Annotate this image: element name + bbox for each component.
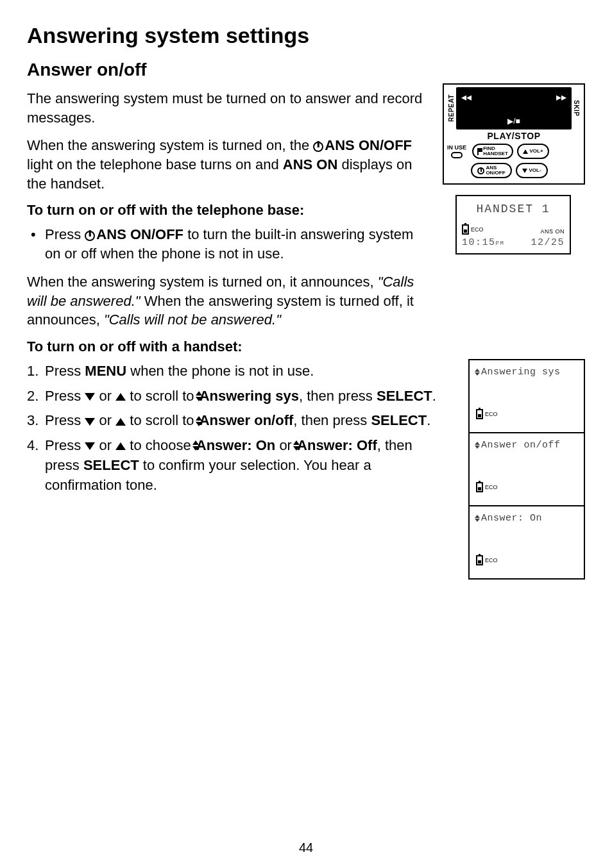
battery-icon <box>476 555 483 565</box>
ans-on-label: ANS ON <box>540 228 565 235</box>
vol-down-button: VOL- <box>516 163 548 178</box>
section-heading: Answer on/off <box>27 60 585 80</box>
fastforward-icon: ▸▸ <box>556 91 566 103</box>
s1b: MENU <box>85 363 126 379</box>
repeat-label: REPEAT <box>448 87 455 129</box>
s1c: when the phone is not in use. <box>126 363 314 379</box>
s4h: SELECT <box>83 457 139 473</box>
lcd-status-row: ECO ANS ON <box>462 224 565 235</box>
up-arrow-icon <box>115 418 126 426</box>
triangle-down-icon <box>522 169 527 173</box>
lcd-title: HANDSET 1 <box>462 203 565 215</box>
s2f: SELECT <box>377 388 432 404</box>
power-icon <box>313 142 323 152</box>
down-arrow-icon <box>85 418 95 426</box>
p2c: light on the telephone base turns on and <box>27 156 283 172</box>
lcd1-text: Answering sys <box>481 367 561 378</box>
s2e: , then press <box>299 388 377 404</box>
s2g: . <box>432 388 436 404</box>
play-stop-label: PLAY/STOP <box>448 131 580 141</box>
step-4: Press or to choose Answer: On or Answer:… <box>27 436 438 495</box>
step-3: Press or to scroll to Answer on/off, the… <box>27 411 438 431</box>
power-icon <box>85 231 95 241</box>
up-arrow-icon <box>115 393 126 401</box>
lcd-handset-main: HANDSET 1 ECO ANS ON 10:15PM 12/25 <box>455 195 571 255</box>
s4f: Answer: Off <box>297 437 377 453</box>
battery-icon <box>476 482 483 492</box>
lcd-ampm: PM <box>496 240 505 247</box>
lcd-date: 12/25 <box>531 237 565 248</box>
down-arrow-icon <box>85 442 95 450</box>
p3d: "Calls will not be answered." <box>104 312 281 328</box>
find-handset-button: FINDHANDSET <box>472 144 513 159</box>
s2c: to scroll to <box>126 388 198 404</box>
s3c: to scroll to <box>126 412 198 428</box>
down-arrow-icon <box>85 393 95 401</box>
b1a: Press <box>45 226 85 242</box>
updown-icon <box>475 515 480 522</box>
lcd-time: 10:15 <box>462 237 496 248</box>
flag-icon <box>477 148 482 155</box>
base-row-1: IN USE FINDHANDSET VOL+ <box>448 144 580 159</box>
step-1: Press MENU when the phone is not in use. <box>27 362 438 381</box>
skip-label: SKIP <box>573 87 580 129</box>
step-2: Press or to scroll to Answering sys, the… <box>27 387 438 406</box>
lcd2-text: Answer on/off <box>481 440 561 451</box>
base-row-2: ANSON/OFF VOL- <box>448 163 580 178</box>
s3e: , then press <box>293 412 371 428</box>
s4a: Press <box>45 437 85 453</box>
lcd-stack: Answering sys ECO Answer on/off ECO Answ… <box>468 359 585 580</box>
paragraph-2: When the answering system is turned on, … <box>27 136 425 193</box>
power-icon <box>477 167 484 174</box>
s3g: . <box>427 412 430 428</box>
s2d: Answering sys <box>200 388 299 404</box>
base-top-row: REPEAT ◂◂ ▸▸ ▶/■ SKIP <box>448 87 580 129</box>
lcd3-text: Answer: On <box>481 513 542 524</box>
vol-up-button: VOL+ <box>517 144 549 159</box>
p2d: ANS ON <box>283 156 338 172</box>
s3a: Press <box>45 412 85 428</box>
bullet-list: Press ANS ON/OFF to turn the built-in an… <box>27 225 425 263</box>
eco-label: ECO <box>471 226 484 233</box>
p2b: ANS ON/OFF <box>325 137 412 153</box>
bullet-item: Press ANS ON/OFF to turn the built-in an… <box>27 225 425 263</box>
s4c: to choose <box>126 437 195 453</box>
updown-icon <box>475 442 480 449</box>
vol-minus-label: VOL- <box>529 168 541 173</box>
in-use-indicator: IN USE <box>445 144 468 158</box>
ans-onoff-button: ANSON/OFF <box>471 163 512 178</box>
page-number: 44 <box>0 840 612 855</box>
s3d: Answer on/off <box>200 412 294 428</box>
battery-icon <box>476 409 483 419</box>
s3b: or <box>95 412 115 428</box>
eco-label: ECO <box>485 484 498 490</box>
p3a: When the answering system is turned on, … <box>27 274 378 290</box>
page-title: Answering system settings <box>27 23 585 48</box>
lcd-datetime: 10:15PM 12/25 <box>462 237 565 248</box>
s4d: Answer: On <box>196 437 275 453</box>
s4b: or <box>95 437 115 453</box>
b1b: ANS ON/OFF <box>96 226 183 242</box>
updown-icon <box>475 369 480 376</box>
lcd-step-3: Answer: On ECO <box>468 505 585 580</box>
in-use-label: IN USE <box>447 144 466 151</box>
play-stop-icon: ▶/■ <box>507 117 520 126</box>
led-icon <box>451 152 463 158</box>
subheading-handset: To turn on or off with a handset: <box>27 338 585 355</box>
paragraph-1: The answering system must be turned on t… <box>27 89 425 127</box>
s2b: or <box>95 388 115 404</box>
vol-plus-label: VOL+ <box>529 149 543 154</box>
s3f: SELECT <box>371 412 427 428</box>
battery-icon <box>462 224 469 235</box>
rewind-icon: ◂◂ <box>461 91 472 103</box>
s4e: or <box>275 437 296 453</box>
up-arrow-icon <box>115 442 126 450</box>
s1a: Press <box>45 363 85 379</box>
eco-label: ECO <box>485 411 498 417</box>
paragraph-3: When the answering system is turned on, … <box>27 272 425 330</box>
lcd-step-1: Answering sys ECO <box>468 359 585 433</box>
p2a: When the answering system is turned on, … <box>27 137 313 153</box>
triangle-up-icon <box>523 149 528 154</box>
eco-label: ECO <box>485 557 498 563</box>
base-panel-illustration: REPEAT ◂◂ ▸▸ ▶/■ SKIP PLAY/STOP IN USE F… <box>443 83 585 185</box>
